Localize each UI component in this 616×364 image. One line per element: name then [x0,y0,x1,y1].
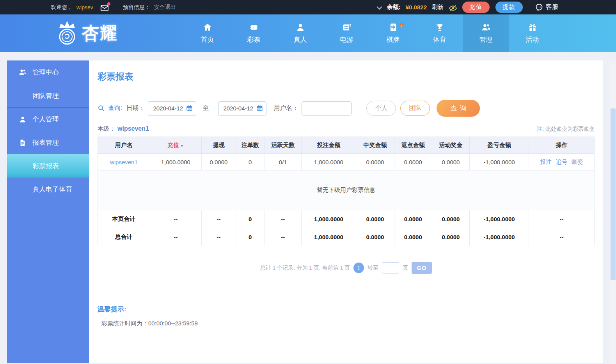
sidebar-item-label: 彩票报表 [32,162,59,170]
sidebar-item-team-manage[interactable]: 团队管理 [7,84,89,107]
chevron-down-icon[interactable] [376,4,382,9]
reserved-info-label: 预留信息： [123,4,150,11]
topbar-left: 欢迎您， wipsev 预留信息： 安全退出 [51,4,176,11]
row-username-link[interactable]: wipseven1 [110,159,138,165]
cell-bet-count: 0 [236,154,265,170]
sidebar-item-label: 真人电子体育 [32,185,72,194]
withdraw-button[interactable]: 提款 [495,2,523,13]
page-title: 彩票报表 [98,60,595,83]
table-row-grand-total: 总合计 -- -- 0 -- 1,000.0000 0.0000 0.0000 … [98,228,595,246]
pagination: 总计 1 个记录, 分为 1 页, 当前第 1 页 1 转至 页 GO [98,262,595,274]
cell-activity-bonus: 0.0000 [432,154,470,170]
col-bet-count: 注单数 [236,137,265,154]
cell: 0.0000 [356,228,394,246]
customer-service-button[interactable]: 客服 [535,3,558,12]
nav-item-egames[interactable]: 电游 [323,14,370,52]
query-submit-button[interactable]: 查询 [437,100,480,117]
cell-win-amount: 0.0000 [356,154,394,170]
tips-section: 温馨提示: 彩票统计时间为：00:00:00--23:59:59 [98,296,595,327]
logout-link[interactable]: 安全退出 [154,4,176,11]
cell: 0 [236,210,265,228]
cell-actions: 投注 追号 账变 [529,154,594,170]
nav-label: 彩票 [247,35,261,44]
nav-item-boardgames[interactable]: 中 棋牌 [370,14,416,52]
sidebar-item-lottery-report[interactable]: 彩票报表 [7,154,89,178]
sidebar-item-manage-center[interactable]: 管理中心 [7,60,89,84]
col-activity-bonus: 活动奖金 [432,137,470,154]
page-1-button[interactable]: 1 [353,263,364,273]
grand-total-label: 总合计 [98,228,150,246]
level-username-link[interactable]: wipseven1 [117,125,149,132]
col-win-amount: 中奖金额 [356,137,394,154]
page-total-label: 本页合计 [98,210,150,228]
site-logo[interactable]: 杏耀 [55,14,118,52]
username-input[interactable] [302,101,351,115]
nav-label: 真人 [294,35,307,44]
goto-page-input[interactable] [382,262,399,273]
cell-deposit: 1,000.0000 [150,154,201,170]
nav-label: 活动 [526,35,539,44]
query-label: 查询: [108,104,122,112]
cell: -- [529,210,594,228]
cell-withdraw: 0.0000 [202,154,236,170]
to-label: 至 [202,104,209,112]
person-icon [296,23,305,32]
cell: -- [202,210,236,228]
eye-slash-icon[interactable] [449,4,457,11]
search-bar: 查询: 日期： 至 用户名： 个人 团队 查询 [98,100,595,117]
nav-item-home[interactable]: 首页 [184,14,231,52]
nav-label: 棋牌 [387,35,400,44]
divider [98,90,595,90]
sidebar-item-live-esports[interactable]: 真人电子体育 [7,178,89,201]
mail-icon[interactable] [100,4,109,11]
search-icon [98,105,105,112]
col-active-days: 活跃天数 [265,137,301,154]
deposit-button[interactable]: 充值 [462,2,490,13]
date-to-wrap [218,101,266,115]
cell: -- [150,228,201,246]
nav-item-live[interactable]: 真人 [277,14,323,52]
personal-scope-button[interactable]: 个人 [366,101,396,116]
sidebar-item-personal-manage[interactable]: 个人管理 [7,107,89,131]
slot-machine-icon [342,23,351,32]
action-bet-link[interactable]: 投注 [540,158,552,165]
gift-icon [528,23,537,32]
nav-label: 首页 [201,35,214,44]
col-deposit-sortable[interactable]: 充值▼ [150,137,201,154]
col-username: 用户名 [98,137,150,154]
nav-item-lottery[interactable]: 彩票 [231,14,277,52]
ticket-icon [249,23,259,32]
crown-emblem-icon [55,20,80,48]
main-navbar: 杏耀 首页 彩票 真人 电游 中 [0,14,616,52]
cell: -- [265,228,301,246]
team-scope-button[interactable]: 团队 [400,101,430,116]
cell-rebate-amount: 0.0000 [394,154,432,170]
level-row: 本级： wipseven1 注: 此处账变为彩票账变 [98,125,595,133]
main-card: 彩票报表 查询: 日期： 至 用户名： 个人 团队 [89,60,603,363]
balance-value: ¥0.0822 [406,4,427,11]
users-icon [19,68,27,76]
calendar-icon[interactable] [256,105,263,112]
col-profit-loss: 盈亏金额 [470,137,529,154]
table-row-user: wipseven1 1,000.0000 0.0000 0 0/1 1,000.… [98,154,595,170]
pagination-summary: 总计 1 个记录, 分为 1 页, 当前第 1 页 [260,265,350,272]
action-chase-link[interactable]: 追号 [556,158,567,165]
scrollbar-track[interactable] [610,62,616,364]
action-account-change-link[interactable]: 账变 [572,158,583,165]
nav-item-sports[interactable]: 体育 [416,14,463,52]
calendar-icon[interactable] [186,105,193,112]
cell: 0.0000 [394,210,432,228]
nav-item-manage[interactable]: 管理 [463,14,509,52]
go-button[interactable]: GO [412,262,432,274]
refresh-link[interactable]: 刷新 [432,4,444,11]
nav-item-activity[interactable]: 活动 [509,14,556,52]
sidebar-item-report-manage[interactable]: 报表管理 [7,131,89,154]
cell-profit-loss: -1,000.0000 [470,228,529,246]
date-from-wrap [148,101,196,115]
sort-desc-icon: ▼ [180,144,184,148]
scrollbar-thumb[interactable] [611,108,616,280]
cell: 0.0000 [432,228,470,246]
svg-text:中: 中 [391,25,395,30]
person-icon [19,115,27,123]
logo-text: 杏耀 [82,22,118,45]
